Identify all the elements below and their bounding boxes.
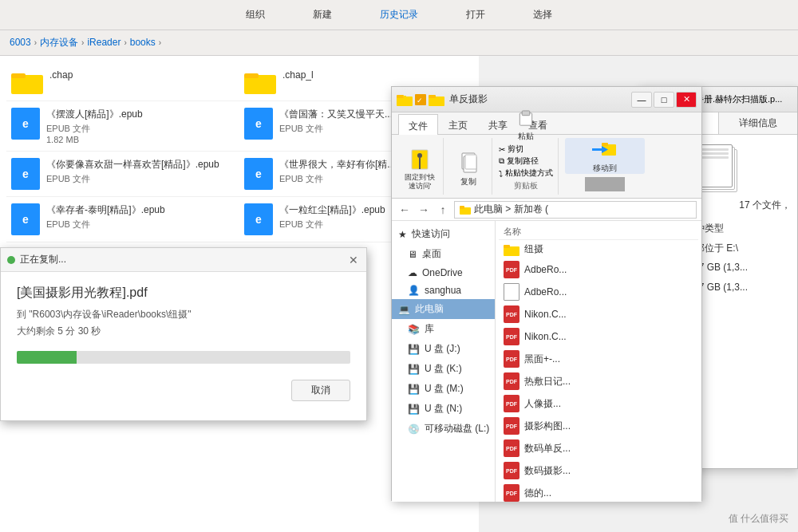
minimize-button[interactable]: — — [631, 92, 652, 108]
close-button[interactable]: ✕ — [347, 254, 360, 266]
epub-icon: e — [244, 108, 273, 140]
paste-button[interactable]: 粘贴 — [508, 110, 544, 142]
toolbar-row: 组织 新建 历史记录 打开 选择 — [0, 0, 798, 30]
back-button[interactable]: ← — [397, 202, 413, 218]
dialog-title: 正在复制... — [7, 253, 66, 266]
history-label: 历史记录 — [380, 8, 418, 22]
sidebar-item-thispc[interactable]: 💻 此电脑 — [392, 299, 495, 319]
maximize-button[interactable]: □ — [654, 92, 674, 108]
copy-button[interactable]: 复制 — [450, 147, 487, 191]
breadcrumb-part2[interactable]: 内存设备 — [40, 36, 78, 49]
svg-rect-5 — [397, 95, 404, 98]
file-name: .chap_l — [282, 69, 468, 82]
watermark: 值 什么值得买 — [729, 512, 788, 526]
list-item[interactable]: e 《幸存者-泰明[精品]》.epub EPUB 文件 — [6, 197, 239, 242]
pdf-icon: PDF — [504, 261, 519, 278]
moveto-button[interactable]: 移动到 — [565, 138, 645, 174]
address-path[interactable]: 此电脑 > 新加卷 ( — [454, 201, 697, 219]
pin-quickaccess-button[interactable]: 固定到'快速访问' — [401, 147, 438, 191]
pasteshortcut-label[interactable]: 粘贴快捷方式 — [505, 167, 553, 179]
ribbon-toolbar: 固定到'快速访问' 复制 粘 — [392, 135, 701, 199]
svg-rect-10 — [429, 95, 436, 98]
select-label: 选择 — [533, 8, 552, 22]
props-tab-details[interactable]: 详细信息 — [719, 112, 798, 134]
list-item[interactable]: PDF 摄影构图... — [499, 415, 698, 437]
toolbar-group-select[interactable]: 选择 — [533, 8, 552, 22]
title-folder-icon2 — [429, 93, 444, 106]
sidebar-item-udiskm[interactable]: 💾 U 盘 (M:) — [392, 379, 495, 399]
toolbar-group-new[interactable]: 新建 — [313, 8, 332, 22]
toolbar-group-history[interactable]: 历史记录 — [380, 8, 418, 22]
copy-label: 复制 — [460, 176, 476, 187]
breadcrumb-part1[interactable]: 6003 — [10, 37, 31, 48]
copypath-label[interactable]: 复制路径 — [507, 156, 539, 167]
copy-filename: [美国摄影用光教程].pdf — [17, 285, 350, 301]
tab-home[interactable]: 主页 — [438, 113, 478, 134]
pasteshortcut-row: ⤵ 粘贴快捷方式 — [499, 167, 553, 179]
list-item[interactable]: PDF Nikon.C... — [499, 303, 698, 325]
list-item[interactable]: e 《你要像喜欢甜一样喜欢苦[精品]》.epub EPUB 文件 — [6, 152, 239, 197]
list-item[interactable]: PDF 数码摄影... — [499, 459, 698, 482]
pdf-icon: PDF — [504, 395, 519, 412]
list-item[interactable]: .chap — [6, 62, 239, 101]
new-label: 新建 — [313, 8, 332, 22]
sidebar-item-udiskk[interactable]: 💾 U 盘 (K:) — [392, 359, 495, 379]
address-bar: ← → ↑ 此电脑 > 新加卷 ( — [392, 199, 701, 221]
open-label: 打开 — [466, 8, 485, 22]
cancel-button[interactable]: 取消 — [291, 380, 350, 401]
clipboard-label: 剪贴板 — [514, 180, 538, 191]
file-name: 《幸存者-泰明[精品]》.epub — [46, 203, 235, 217]
sidebar-label-udiskm: U 盘 (M:) — [425, 382, 464, 396]
list-item[interactable]: 纽摄 — [499, 240, 698, 258]
file-name: 摄影构图... — [524, 420, 571, 433]
list-item[interactable]: PDF 人像摄... — [499, 392, 698, 415]
list-item[interactable]: e 《摆渡人[精品]》.epub EPUB 文件 1.82 MB — [6, 101, 239, 152]
pdf-icon: PDF — [504, 328, 519, 345]
sidebar-item-onedrive[interactable]: ☁ OneDrive — [392, 264, 495, 282]
up-button[interactable]: ↑ — [435, 202, 451, 218]
sidebar-item-quickaccess[interactable]: ★ 快速访问 — [392, 224, 495, 244]
sidebar-item-removable[interactable]: 💿 可移动磁盘 (L:) — [392, 419, 495, 439]
sidebar-item-udiskn[interactable]: 💾 U 盘 (N:) — [392, 399, 495, 419]
address-folder-icon — [460, 205, 471, 215]
list-item[interactable]: PDF 德的... — [499, 482, 698, 502]
folder-icon — [244, 69, 276, 94]
list-item[interactable]: PDF 数码单反... — [499, 437, 698, 459]
sidebar: ★ 快速访问 🖥 桌面 ☁ OneDrive 👤 sanghua 💻 此电脑 📚 — [392, 221, 496, 502]
close-button[interactable]: ✕ — [676, 92, 697, 108]
copy-destination: 到 "R6003\内存设备\iReader\books\纽摄" — [17, 308, 350, 321]
list-item[interactable]: AdbeRo... — [499, 281, 698, 303]
breadcrumb-part3[interactable]: iReader — [87, 37, 120, 48]
sidebar-label-onedrive: OneDrive — [422, 267, 463, 278]
breadcrumb: 6003 › 内存设备 › iReader › books › — [0, 30, 798, 54]
list-item[interactable]: PDF Nikon.C... — [499, 325, 698, 348]
list-item[interactable]: PDF 黑面+-... — [499, 348, 698, 370]
epub-icon: e — [11, 108, 40, 140]
list-item[interactable]: PDF 热敷日记... — [499, 370, 698, 392]
toolbar-group-open[interactable]: 打开 — [466, 8, 485, 22]
file-type: EPUB 文件 — [46, 173, 235, 185]
cut-label[interactable]: 剪切 — [508, 144, 523, 155]
breadcrumb-part4[interactable]: books — [130, 37, 156, 48]
title-orange-icon: ✓ — [415, 94, 426, 105]
copypath-icon: ⧉ — [499, 156, 504, 166]
tab-file[interactable]: 文件 — [398, 114, 438, 135]
paste-icon — [515, 110, 537, 128]
list-item[interactable]: PDF AdbeRo... — [499, 258, 698, 281]
sidebar-item-sanghua[interactable]: 👤 sanghua — [392, 282, 495, 299]
file-name: 数码摄影... — [524, 464, 571, 478]
forward-button[interactable]: → — [416, 202, 432, 218]
paste-label: 粘贴 — [518, 131, 534, 142]
toolbar-group-organize[interactable]: 组织 — [246, 8, 265, 22]
svg-rect-6 — [403, 96, 406, 97]
progress-bar-container — [17, 351, 350, 364]
scissors-icon: ✂ — [499, 145, 505, 154]
drive-icon4: 💾 — [408, 404, 420, 415]
sidebar-item-library[interactable]: 📚 库 — [392, 319, 495, 339]
file-size: 1.82 MB — [46, 135, 235, 144]
sidebar-item-udiskj[interactable]: 💾 U 盘 (J:) — [392, 339, 495, 359]
sidebar-item-desktop[interactable]: 🖥 桌面 — [392, 244, 495, 264]
sidebar-label-sanghua: sanghua — [425, 285, 461, 296]
onedrive-icon: ☁ — [408, 267, 417, 278]
paste-options: ✂ 剪切 ⧉ 复制路径 ⤵ 粘贴快捷方式 — [499, 144, 553, 179]
